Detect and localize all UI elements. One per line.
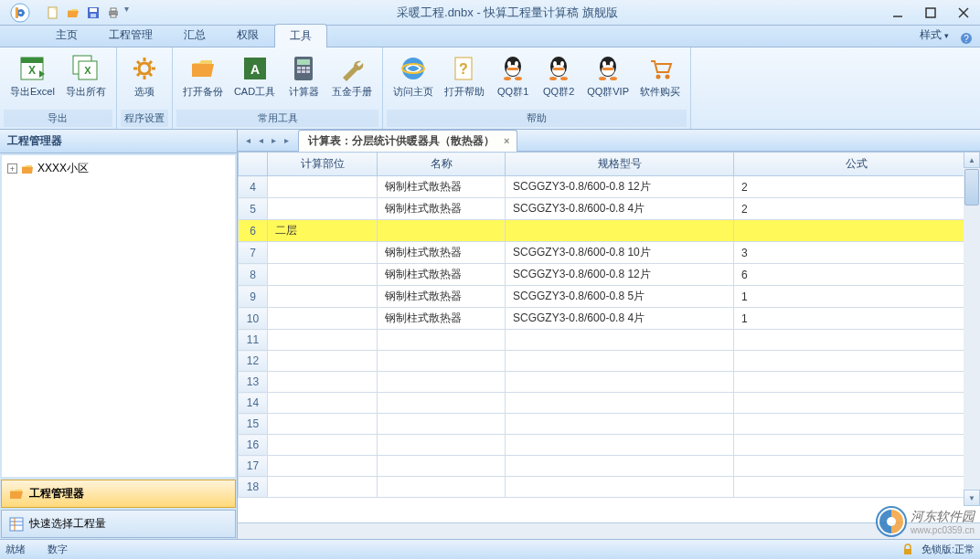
cell[interactable] <box>506 435 734 456</box>
cell[interactable] <box>506 414 734 435</box>
cell[interactable] <box>506 372 734 393</box>
cell[interactable]: 2 <box>734 176 980 198</box>
help-icon[interactable]: ? <box>958 30 975 47</box>
cell[interactable]: 2 <box>734 198 980 220</box>
buy-software-button[interactable]: 软件购买 <box>635 51 685 101</box>
table-row[interactable]: 4钢制柱式散热器SCGGZY3-0.8/600-0.8 12片2 <box>239 176 980 198</box>
table-row[interactable]: 16 <box>239 435 980 456</box>
qat-new-icon[interactable] <box>44 4 62 22</box>
options-button[interactable]: 选项 <box>122 51 166 101</box>
horizontal-scrollbar[interactable] <box>238 522 980 539</box>
cell[interactable] <box>734 456 980 477</box>
qat-dropdown-icon[interactable]: ▾ <box>124 4 133 22</box>
qat-print-icon[interactable] <box>104 4 122 22</box>
qq-group2-button[interactable]: QQ群2 <box>537 51 581 101</box>
row-number[interactable]: 11 <box>239 330 268 351</box>
project-tree[interactable]: + XXXX小区 <box>2 155 235 477</box>
minimize-button[interactable] <box>881 3 914 23</box>
row-number[interactable]: 14 <box>239 393 268 414</box>
cell[interactable]: SCGGZY3-0.8/600-0.8 4片 <box>506 308 734 330</box>
cell[interactable]: 钢制柱式散热器 <box>378 242 506 264</box>
cell[interactable] <box>268 264 378 286</box>
cell[interactable] <box>268 393 378 414</box>
col-header-2[interactable]: 规格型号 <box>506 153 734 176</box>
cell[interactable]: SCGGZY3-0.8/600-0.8 12片 <box>506 264 734 286</box>
style-dropdown[interactable]: 样式 ▾ <box>911 24 958 47</box>
scroll-down-icon[interactable]: ▼ <box>964 490 980 506</box>
cell[interactable] <box>378 393 506 414</box>
cell[interactable] <box>268 456 378 477</box>
export-all-button[interactable]: X 导出所有 <box>61 51 111 101</box>
vertical-scrollbar[interactable]: ▲ ▼ <box>964 152 980 506</box>
cell[interactable] <box>268 286 378 308</box>
table-row[interactable]: 18 <box>239 477 980 498</box>
row-number[interactable]: 18 <box>239 477 268 498</box>
cad-tool-button[interactable]: A CAD工具 <box>229 51 280 101</box>
cell[interactable] <box>734 351 980 372</box>
cell[interactable] <box>378 456 506 477</box>
table-row[interactable]: 10钢制柱式散热器SCGGZY3-0.8/600-0.8 4片1 <box>239 308 980 330</box>
table-row[interactable]: 6二层 <box>239 220 980 242</box>
table-row[interactable]: 11 <box>239 330 980 351</box>
export-excel-button[interactable]: X 导出Excel <box>5 51 59 101</box>
tab-permission[interactable]: 权限 <box>221 23 274 47</box>
cell[interactable] <box>268 330 378 351</box>
table-row[interactable]: 7钢制柱式散热器SCGGZY3-0.8/600-0.8 10片3 <box>239 242 980 264</box>
cell[interactable] <box>268 308 378 330</box>
cell[interactable] <box>378 435 506 456</box>
cell[interactable]: 6 <box>734 264 980 286</box>
document-tab[interactable]: 计算表：分层统计供暖器具（散热器） × <box>298 130 517 152</box>
cell[interactable]: 1 <box>734 308 980 330</box>
tab-nav-next-icon[interactable]: ▸ <box>267 134 280 147</box>
cell[interactable] <box>378 220 506 242</box>
cell[interactable] <box>378 351 506 372</box>
tab-tools[interactable]: 工具 <box>274 24 327 47</box>
cell[interactable] <box>378 414 506 435</box>
cell[interactable] <box>506 351 734 372</box>
table-row[interactable]: 9钢制柱式散热器SCGGZY3-0.8/600-0.8 5片1 <box>239 286 980 308</box>
row-number[interactable]: 13 <box>239 372 268 393</box>
qq-vip-button[interactable]: QQ群VIP <box>582 51 634 101</box>
row-number[interactable]: 6 <box>239 220 268 242</box>
cell[interactable] <box>268 477 378 498</box>
row-number[interactable]: 9 <box>239 286 268 308</box>
cell[interactable] <box>734 372 980 393</box>
tab-home[interactable]: 主页 <box>40 23 93 47</box>
tab-close-icon[interactable]: × <box>504 135 509 146</box>
cell[interactable] <box>268 198 378 220</box>
hardware-manual-button[interactable]: 五金手册 <box>327 51 377 101</box>
tab-summary[interactable]: 汇总 <box>168 23 221 47</box>
cell[interactable] <box>734 330 980 351</box>
cell[interactable]: 二层 <box>268 220 378 242</box>
table-row[interactable]: 8钢制柱式散热器SCGGZY3-0.8/600-0.8 12片6 <box>239 264 980 286</box>
cell[interactable]: SCGGZY3-0.8/600-0.8 10片 <box>506 242 734 264</box>
cell[interactable] <box>268 351 378 372</box>
row-number[interactable]: 17 <box>239 456 268 477</box>
cell[interactable] <box>378 477 506 498</box>
qat-save-icon[interactable] <box>84 4 102 22</box>
col-header-3[interactable]: 公式 <box>734 153 980 176</box>
tab-nav-first-icon[interactable]: ◂ <box>241 134 254 147</box>
tab-project[interactable]: 工程管理 <box>93 23 168 47</box>
col-header-1[interactable]: 名称 <box>378 153 506 176</box>
open-help-button[interactable]: ? 打开帮助 <box>440 51 489 101</box>
cell[interactable] <box>268 414 378 435</box>
cell[interactable] <box>506 456 734 477</box>
cell[interactable]: 钢制柱式散热器 <box>378 264 506 286</box>
table-row[interactable]: 12 <box>239 351 980 372</box>
tree-expand-icon[interactable]: + <box>7 163 17 174</box>
row-number[interactable]: 12 <box>239 351 268 372</box>
cell[interactable]: 钢制柱式散热器 <box>378 286 506 308</box>
scroll-thumb[interactable] <box>964 169 979 206</box>
cell[interactable] <box>378 330 506 351</box>
scroll-up-icon[interactable]: ▲ <box>964 152 980 168</box>
data-grid[interactable]: 计算部位 名称 规格型号 公式 4钢制柱式散热器SCGGZY3-0.8/600-… <box>238 152 980 522</box>
cell[interactable] <box>268 242 378 264</box>
cell[interactable] <box>734 477 980 498</box>
cell[interactable] <box>734 393 980 414</box>
home-page-button[interactable]: 访问主页 <box>389 51 438 101</box>
cell[interactable]: SCGGZY3-0.8/600-0.8 12片 <box>506 176 734 198</box>
close-button[interactable] <box>947 3 980 23</box>
table-row[interactable]: 14 <box>239 393 980 414</box>
cell[interactable] <box>268 435 378 456</box>
